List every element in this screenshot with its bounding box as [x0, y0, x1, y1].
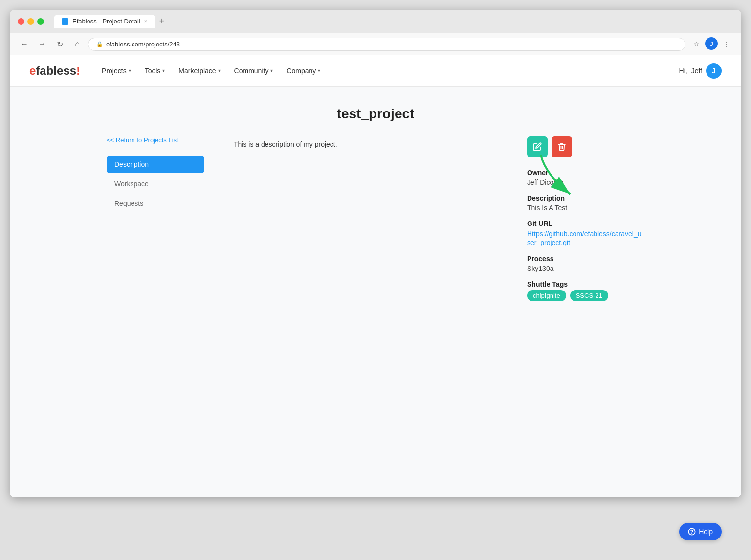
description-text: This is a description of my project. [234, 136, 497, 148]
right-panel: Owner Jeff Dicorpo Description This Is A… [517, 136, 644, 430]
chevron-down-icon: ▾ [218, 68, 221, 73]
owner-section: Owner Jeff Dicorpo [527, 169, 644, 186]
user-name: Jeff [691, 67, 702, 75]
page-title: test_project [29, 106, 722, 122]
maximize-window-button[interactable] [37, 18, 44, 25]
main-panel: This is a description of my project. [214, 136, 517, 430]
chevron-down-icon: ▾ [270, 68, 273, 73]
bookmark-button[interactable]: ☆ [689, 37, 703, 51]
shuttle-tags-section: Shuttle Tags chipIgnite SSCS-21 [527, 280, 644, 301]
traffic-lights [18, 18, 44, 25]
logo[interactable]: efabless! [29, 64, 80, 78]
home-button[interactable]: ⌂ [70, 37, 84, 51]
sidebar-item-workspace[interactable]: Workspace [107, 175, 204, 193]
git-url-section: Git URL Https://github.com/efabless/cara… [527, 220, 644, 247]
reload-button[interactable]: ↻ [53, 37, 66, 51]
process-label: Process [527, 255, 644, 263]
description-section: Description This Is A Test [527, 194, 644, 212]
logo-fabless: fabless [36, 64, 76, 78]
delete-button[interactable] [552, 136, 572, 157]
nav-projects[interactable]: Projects ▾ [96, 63, 137, 79]
minimize-window-button[interactable] [27, 18, 34, 25]
content-layout: << Return to Projects List Description W… [107, 136, 644, 430]
process-value: Sky130a [527, 265, 644, 272]
tab-title: Efabless - Project Detail [72, 18, 140, 25]
active-tab[interactable]: Efabless - Project Detail × [54, 15, 155, 28]
nav-company[interactable]: Company ▾ [281, 63, 326, 79]
action-buttons [527, 136, 644, 157]
sidebar-item-description[interactable]: Description [107, 156, 204, 173]
help-button[interactable]: Help [679, 523, 722, 540]
tab-favicon [62, 18, 68, 25]
new-tab-button[interactable]: + [157, 16, 167, 26]
tab-close-button[interactable]: × [144, 18, 148, 25]
chevron-down-icon: ▾ [162, 68, 165, 73]
sidebar-item-requests[interactable]: Requests [107, 195, 204, 212]
sidebar-nav: Description Workspace Requests [107, 156, 204, 212]
description-label: Description [527, 194, 644, 202]
chevron-down-icon: ▾ [129, 68, 131, 73]
nav-tools[interactable]: Tools ▾ [139, 63, 171, 79]
logo-exclaim: ! [76, 64, 80, 78]
browser-titlebar: Efabless - Project Detail × + [10, 10, 741, 33]
app-content: efabless! Projects ▾ Tools ▾ Marketplace… [10, 55, 741, 497]
process-section: Process Sky130a [527, 255, 644, 272]
help-label: Help [699, 528, 713, 536]
left-sidebar: << Return to Projects List Description W… [107, 136, 214, 430]
url-text: efabless.com/projects/243 [106, 41, 180, 48]
owner-value: Jeff Dicorpo [527, 179, 644, 186]
description-value: This Is A Test [527, 204, 644, 212]
edit-button[interactable] [527, 136, 548, 157]
help-icon [688, 528, 696, 536]
browser-actions: ☆ J ⋮ [689, 37, 733, 51]
nav-community[interactable]: Community ▾ [228, 63, 279, 79]
back-to-projects-link[interactable]: << Return to Projects List [107, 136, 204, 144]
main-content: test_project << Return to Projects List … [10, 87, 741, 497]
user-avatar[interactable]: J [706, 63, 722, 79]
shuttle-tags-label: Shuttle Tags [527, 280, 644, 288]
logo-e: e [29, 64, 36, 78]
user-greeting: Hi, [679, 67, 687, 75]
tag-sscs21[interactable]: SSCS-21 [570, 290, 608, 301]
close-window-button[interactable] [18, 18, 24, 25]
top-navbar: efabless! Projects ▾ Tools ▾ Marketplace… [10, 55, 741, 87]
owner-label: Owner [527, 169, 644, 177]
nav-marketplace[interactable]: Marketplace ▾ [173, 63, 226, 79]
chevron-down-icon: ▾ [318, 68, 320, 73]
forward-button[interactable]: → [35, 37, 49, 51]
tab-bar: Efabless - Project Detail × + [54, 15, 733, 28]
tags-container: chipIgnite SSCS-21 [527, 290, 644, 301]
git-url-value[interactable]: Https://github.com/efabless/caravel_user… [527, 230, 641, 246]
nav-user: Hi, Jeff J [679, 63, 722, 79]
git-url-label: Git URL [527, 220, 644, 227]
menu-button[interactable]: ⋮ [720, 37, 733, 51]
nav-menu: Projects ▾ Tools ▾ Marketplace ▾ Communi… [96, 63, 663, 79]
lock-icon: 🔒 [96, 41, 103, 47]
back-button[interactable]: ← [18, 37, 31, 51]
browser-window: Efabless - Project Detail × + ← → ↻ ⌂ 🔒 … [10, 10, 741, 497]
address-bar[interactable]: 🔒 efabless.com/projects/243 [88, 38, 685, 51]
tag-chipignite[interactable]: chipIgnite [527, 290, 566, 301]
browser-profile[interactable]: J [705, 37, 718, 50]
browser-controls: ← → ↻ ⌂ 🔒 efabless.com/projects/243 ☆ J … [10, 33, 741, 55]
